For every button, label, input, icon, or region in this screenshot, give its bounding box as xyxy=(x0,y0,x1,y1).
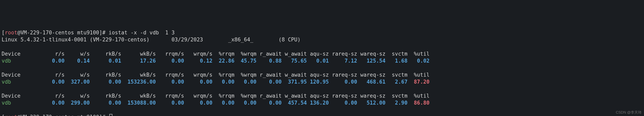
device-name: vdb xyxy=(2,100,42,106)
val-rawait: 0.88 xyxy=(256,58,282,64)
val-wawait: 75.65 xyxy=(282,58,307,64)
val-putil: 87.20 xyxy=(408,79,430,85)
prompt-dir: mtu9100 xyxy=(74,30,99,36)
col-rs: r/s xyxy=(42,72,65,78)
val-wkbs: 17.26 xyxy=(121,58,156,64)
col-rkbs: rkB/s xyxy=(90,72,121,78)
col-svctm: svctm xyxy=(386,51,408,57)
iostat-data-row: vdb 0.00 299.00 0.00 153088.00 0.00 0.00… xyxy=(2,99,642,106)
val-wawait: 371.95 xyxy=(282,79,307,85)
terminal-cursor[interactable] xyxy=(109,114,112,116)
val-putil: 0.02 xyxy=(408,58,430,64)
val-prrqm: 22.86 xyxy=(212,58,234,64)
val-pwrqm: 0.00 xyxy=(234,100,256,106)
val-rareqsz: 7.12 xyxy=(329,58,357,64)
val-aqusz: 0.01 xyxy=(307,58,329,64)
col-wawait: w_await xyxy=(282,93,307,99)
iostat-header-row: Device r/s w/s rkB/s wkB/s rrqm/s wrqm/s… xyxy=(2,71,642,78)
col-rrqms: rrqm/s xyxy=(156,51,184,57)
col-aqusz: aqu-sz xyxy=(307,72,329,78)
col-pwrqm: %wrqm xyxy=(234,93,256,99)
val-rrqms: 0.00 xyxy=(156,100,184,106)
val-ws: 0.14 xyxy=(64,58,90,64)
val-rs: 0.00 xyxy=(42,58,65,64)
bracket-open: [ xyxy=(2,30,5,36)
val-putil: 86.80 xyxy=(408,100,430,106)
col-svctm: svctm xyxy=(386,72,408,78)
val-wareqsz: 468.61 xyxy=(357,79,386,85)
bracket-close: ]# xyxy=(99,30,108,36)
val-wrqms: 0.00 xyxy=(184,100,212,106)
col-prrqm: %rrqm xyxy=(212,51,234,57)
val-wkbs: 153236.00 xyxy=(121,79,156,85)
val-pwrqm: 0.00 xyxy=(234,79,256,85)
iostat-data-row: vdb 0.00 0.14 0.01 17.26 0.00 0.12 22.86… xyxy=(2,58,642,64)
col-wawait: w_await xyxy=(282,51,307,57)
col-rs: r/s xyxy=(42,93,65,99)
bracket-close: ]# xyxy=(99,114,108,116)
col-putil: %util xyxy=(408,51,430,57)
prompt-at: @ xyxy=(17,30,20,36)
col-wareqsz: wareq-sz xyxy=(357,93,386,99)
col-rrqms: rrqm/s xyxy=(156,72,184,78)
val-rkbs: 0.00 xyxy=(90,100,121,106)
val-svctm: 1.68 xyxy=(386,58,408,64)
system-info-line: Linux 5.4.32-1-tlinux4-0001 (VM-229-170-… xyxy=(2,36,642,43)
col-wkbs: wkB/s xyxy=(121,72,156,78)
col-device: Device xyxy=(2,72,42,78)
col-rawait: r_await xyxy=(256,72,282,78)
bracket-open: [ xyxy=(2,114,5,116)
prompt-user: root xyxy=(5,30,18,36)
val-rrqms: 0.00 xyxy=(156,58,184,64)
terminal-output[interactable]: [root@VM-229-170-centos mtu9100]# iostat… xyxy=(2,29,642,116)
iostat-header-row: Device r/s w/s rkB/s wkB/s rrqm/s wrqm/s… xyxy=(2,50,642,58)
val-rareqsz: 0.00 xyxy=(329,79,357,85)
col-pwrqm: %wrqm xyxy=(234,72,256,78)
col-ws: w/s xyxy=(64,72,90,78)
col-wrqms: wrqm/s xyxy=(184,51,212,57)
col-wareqsz: wareq-sz xyxy=(357,51,386,57)
prompt-line-1: [root@VM-229-170-centos mtu9100]# iostat… xyxy=(2,29,642,36)
device-name: vdb xyxy=(2,79,42,85)
col-aqusz: aqu-sz xyxy=(307,51,329,57)
val-ws: 327.00 xyxy=(64,79,90,85)
col-prrqm: %rrqm xyxy=(212,93,234,99)
prompt-line-2: [root@VM-229-170-centos mtu9100]# xyxy=(2,114,642,116)
val-svctm: 2.90 xyxy=(386,100,408,106)
col-pwrqm: %wrqm xyxy=(234,51,256,57)
prompt-dir: mtu9100 xyxy=(74,114,99,116)
val-rrqms: 0.00 xyxy=(156,79,184,85)
val-ws: 299.00 xyxy=(64,100,90,106)
col-rrqms: rrqm/s xyxy=(156,93,184,99)
col-wrqms: wrqm/s xyxy=(184,72,212,78)
col-rareqsz: rareq-sz xyxy=(329,72,357,78)
val-rs: 0.00 xyxy=(42,100,65,106)
val-rareqsz: 0.00 xyxy=(329,100,357,106)
val-aqusz: 120.95 xyxy=(307,79,329,85)
col-rawait: r_await xyxy=(256,51,282,57)
blank-line xyxy=(2,64,642,71)
val-rs: 0.00 xyxy=(42,79,65,85)
col-rkbs: rkB/s xyxy=(90,93,121,99)
prompt-user: root xyxy=(5,114,18,116)
val-svctm: 2.67 xyxy=(386,79,408,85)
col-rareqsz: rareq-sz xyxy=(329,93,357,99)
val-prrqm: 0.00 xyxy=(212,100,234,106)
col-putil: %util xyxy=(408,93,430,99)
val-wareqsz: 125.54 xyxy=(357,58,386,64)
col-rawait: r_await xyxy=(256,93,282,99)
val-rawait: 0.00 xyxy=(256,100,282,106)
col-rkbs: rkB/s xyxy=(90,51,121,57)
col-svctm: svctm xyxy=(386,93,408,99)
command-text: iostat -x -d vdb 1 3 xyxy=(108,30,175,36)
val-wkbs: 153088.00 xyxy=(121,100,156,106)
col-putil: %util xyxy=(408,72,430,78)
col-ws: w/s xyxy=(64,51,90,57)
val-rkbs: 0.00 xyxy=(90,79,121,85)
val-wrqms: 0.00 xyxy=(184,79,212,85)
val-wareqsz: 512.00 xyxy=(357,100,386,106)
blank-line xyxy=(2,85,642,92)
val-rkbs: 0.01 xyxy=(90,58,121,64)
device-name: vdb xyxy=(2,58,42,64)
col-wkbs: wkB/s xyxy=(121,51,156,57)
